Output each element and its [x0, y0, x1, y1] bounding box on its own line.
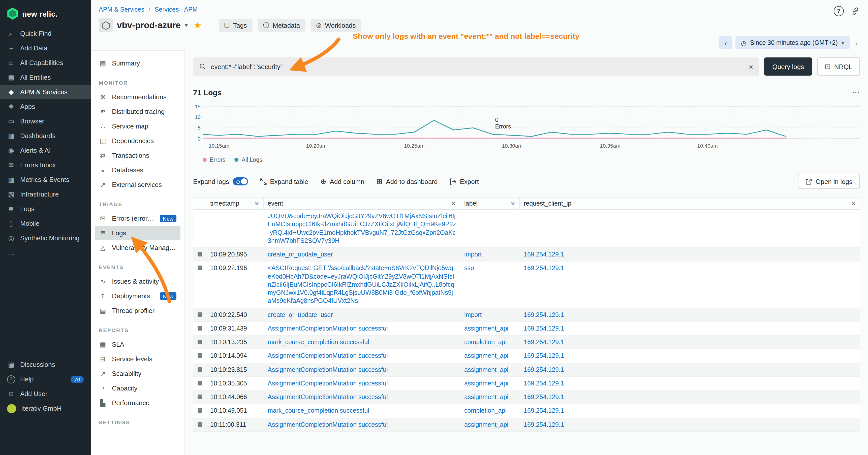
subnav-item[interactable]: ◫ Dependencies	[95, 133, 181, 148]
entity-header-pill[interactable]: ◎ Workloads	[310, 19, 361, 32]
expand-row-icon[interactable]	[197, 339, 202, 344]
cell-ip-link[interactable]: 169.254.129.1	[524, 311, 564, 318]
open-in-logs-button[interactable]: Open in logs	[798, 174, 860, 189]
chart-menu-icon[interactable]: ⋯	[852, 88, 860, 97]
expand-table-button[interactable]: Expand table	[260, 177, 308, 185]
expand-logs-toggle[interactable]: Expand logs	[193, 177, 248, 186]
expand-row-icon[interactable]	[197, 409, 202, 413]
sidebar-item[interactable]: ⌕ Quick Find	[0, 26, 91, 41]
cell-label-link[interactable]: assignment_api	[464, 393, 508, 400]
table-row[interactable]: 10:11:00.311 AssignmentCompletionMutatio…	[193, 418, 860, 432]
query-logs-button[interactable]: Query logs	[765, 58, 812, 75]
remove-column-icon[interactable]: ×	[851, 199, 856, 207]
cell-ip-link[interactable]: 169.254.129.1	[524, 380, 564, 387]
subnav-item[interactable]: ≋ Distributed tracing	[95, 104, 181, 119]
subnav-item[interactable]: ❋ Recommendations	[95, 90, 181, 104]
sidebar-item[interactable]: ◆ APM & Services	[0, 85, 91, 99]
nrql-button[interactable]: ⊡ NRQL	[817, 58, 860, 75]
table-row[interactable]: 10:09:22.540 create_or_update_user impor…	[193, 308, 860, 322]
expand-row-icon[interactable]	[197, 422, 202, 426]
subnav-item[interactable]: ▤ Summary	[95, 56, 181, 70]
cell-ip-link[interactable]: 169.254.129.1	[524, 366, 564, 373]
remove-column-icon[interactable]: ×	[254, 199, 259, 207]
cell-event-link[interactable]: mark_course_completion successful	[268, 408, 369, 415]
subnav-item[interactable]: ↥ Deployments New	[95, 289, 181, 303]
toggle-on-icon[interactable]	[232, 177, 248, 186]
table-row[interactable]: 10:10:14.094 AssignmentCompletionMutatio…	[193, 350, 860, 363]
subnav-item[interactable]: ↗ External services	[95, 177, 181, 192]
expand-row-icon[interactable]	[197, 266, 202, 270]
table-row[interactable]: 10:10:35.305 AssignmentCompletionMutatio…	[193, 377, 860, 391]
subnav-item[interactable]: ▤ SLA	[95, 337, 181, 352]
cell-event-link[interactable]: AssignmentCompletionMutation successful	[268, 393, 388, 400]
table-row[interactable]: 10:10:49.051 mark_course_completion succ…	[193, 404, 860, 418]
legend-errors[interactable]: Errors	[203, 157, 225, 163]
subnav-item[interactable]: ▙ Performance	[95, 395, 181, 410]
table-row[interactable]: 10:10:13.235 mark_course_completion succ…	[193, 335, 860, 350]
sidebar-item-help[interactable]: ? Help 70	[0, 372, 91, 387]
sidebar-item[interactable]: ≣ Logs	[0, 201, 91, 216]
favorite-star-icon[interactable]: ★	[194, 20, 202, 31]
table-row[interactable]: 10:10:44.066 AssignmentCompletionMutatio…	[193, 390, 860, 404]
cell-ip-link[interactable]: 169.254.129.1	[524, 325, 564, 332]
table-row[interactable]: 10:09:31.439 AssignmentCompletionMutatio…	[193, 322, 860, 336]
cell-ip-link[interactable]: 169.254.129.1	[524, 408, 564, 415]
chart-canvas[interactable]	[203, 104, 860, 149]
entity-header-pill[interactable]: ⓘ Metadata	[257, 19, 306, 32]
sidebar-item[interactable]: ▧ Infrastructure	[0, 187, 91, 201]
expand-row-icon[interactable]	[197, 252, 202, 257]
export-button[interactable]: Export	[450, 177, 478, 185]
cell-event-link[interactable]: JUQVU&code=eyJraWQiOiJjcGltY29yZV8wOTl1M…	[268, 213, 456, 245]
subnav-item[interactable]: ↗ Scalability	[95, 366, 181, 381]
logs-search-input[interactable]: event:* -"label":"security" ×	[193, 58, 760, 75]
subnav-item[interactable]: ◔ Capacity	[95, 381, 181, 395]
sidebar-item-add-user[interactable]: ⊕ Add User	[0, 387, 91, 401]
expand-row-icon[interactable]	[197, 394, 202, 399]
remove-column-icon[interactable]: ×	[451, 199, 456, 207]
cell-label-link[interactable]: completion_api	[464, 408, 506, 415]
cell-ip-link[interactable]: 169.254.129.1	[524, 353, 564, 359]
column-header-request-client-ip[interactable]: request_client_ip ×	[520, 197, 860, 209]
cell-label-link[interactable]: assignment_api	[464, 366, 508, 373]
sidebar-item[interactable]: + Add Data	[0, 41, 91, 56]
sidebar-item[interactable]: ✉ Errors Inbox	[0, 158, 91, 172]
subnav-item[interactable]: ◒ Databases	[95, 163, 181, 177]
newrelic-logo[interactable]: new relic.	[0, 0, 91, 26]
cell-event-link[interactable]: create_or_update_user	[268, 251, 333, 258]
sidebar-item[interactable]: ▯ Mobile	[0, 216, 91, 231]
sidebar-item[interactable]: …	[0, 246, 91, 260]
expand-row-icon[interactable]	[197, 326, 202, 330]
cell-label-link[interactable]: sso	[464, 265, 474, 272]
subnav-item[interactable]: ▤ Thread profiler	[95, 303, 181, 318]
time-next-icon[interactable]: ›	[853, 38, 860, 47]
sidebar-item[interactable]: ▦ Dashboards	[0, 129, 91, 143]
cell-label-link[interactable]: assignment_api	[464, 353, 508, 359]
cell-event-link[interactable]: AssignmentCompletionMutation successful	[268, 325, 388, 332]
add-column-button[interactable]: ⊕ Add column	[320, 177, 365, 186]
cell-event-link[interactable]: AssignmentCompletionMutation successful	[268, 366, 388, 373]
table-row[interactable]: JUQVU&code=eyJraWQiOiJjcGltY29yZV8wOTl1M…	[193, 209, 860, 248]
add-to-dashboard-button[interactable]: ⊞ Add to dashboard	[376, 177, 438, 186]
sidebar-item[interactable]: ▥ Metrics & Events	[0, 172, 91, 187]
cell-label-link[interactable]: assignment_api	[464, 421, 508, 428]
cell-label-link[interactable]: assignment_api	[464, 325, 508, 332]
sidebar-item[interactable]: ◉ Alerts & AI	[0, 143, 91, 158]
cell-label-link[interactable]: completion_api	[464, 338, 506, 346]
cell-event-link[interactable]: AssignmentCompletionMutation successful	[268, 421, 388, 428]
cell-ip-link[interactable]: 169.254.129.1	[524, 393, 564, 400]
expand-row-icon[interactable]	[197, 312, 202, 317]
cell-event-link[interactable]: create_or_update_user	[268, 311, 333, 318]
expand-row-icon[interactable]	[197, 381, 202, 386]
subnav-item[interactable]: ✉ Errors (errors inb... New	[95, 211, 181, 226]
breadcrumb-link-services-apm[interactable]: Services - APM	[155, 6, 198, 13]
legend-all-logs[interactable]: All Logs	[235, 157, 262, 163]
cell-event-link[interactable]: AssignmentCompletionMutation successful	[268, 380, 388, 387]
cell-ip-link[interactable]: 169.254.129.1	[524, 338, 564, 346]
subnav-item[interactable]: ∴ Service map	[95, 119, 181, 133]
table-row[interactable]: 10:09:20.895 create_or_update_user impor…	[193, 248, 860, 262]
sidebar-item[interactable]: ▤ All Entities	[0, 70, 91, 85]
column-header-event[interactable]: event ×	[264, 197, 460, 209]
column-header-timestamp[interactable]: timestamp ×	[206, 197, 264, 209]
cell-label-link[interactable]: assignment_api	[464, 380, 508, 387]
expand-row-icon[interactable]	[197, 354, 202, 358]
